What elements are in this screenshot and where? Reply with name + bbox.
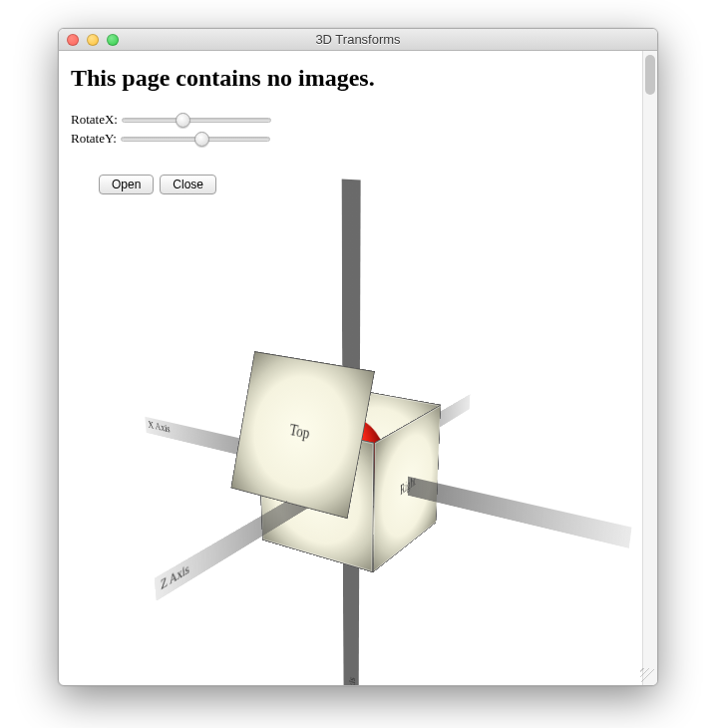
scene-wrap: X Axis Y Axis Z Axis Front Back Left bbox=[59, 181, 642, 685]
vertical-scrollbar[interactable] bbox=[642, 51, 657, 685]
content-area: This page contains no images. RotateX: R… bbox=[59, 51, 642, 685]
page-heading: This page contains no images. bbox=[71, 65, 630, 92]
rotate-y-label: RotateY: bbox=[71, 131, 117, 147]
window-title: 3D Transforms bbox=[59, 32, 657, 47]
rotate-y-slider[interactable] bbox=[121, 137, 270, 142]
rotate-x-label: RotateX: bbox=[71, 112, 118, 128]
rotate-x-slider[interactable] bbox=[122, 118, 271, 123]
rotation-controls: RotateX: RotateY: bbox=[71, 112, 630, 147]
rotate-x-row: RotateX: bbox=[71, 112, 630, 128]
scene: X Axis Y Axis Z Axis Front Back Left bbox=[351, 473, 352, 474]
resize-corner-icon[interactable] bbox=[640, 668, 654, 682]
scrollbar-thumb[interactable] bbox=[645, 55, 655, 95]
rotate-y-row: RotateY: bbox=[71, 131, 630, 147]
titlebar[interactable]: 3D Transforms bbox=[59, 29, 657, 51]
app-window: 3D Transforms This page contains no imag… bbox=[58, 28, 658, 686]
